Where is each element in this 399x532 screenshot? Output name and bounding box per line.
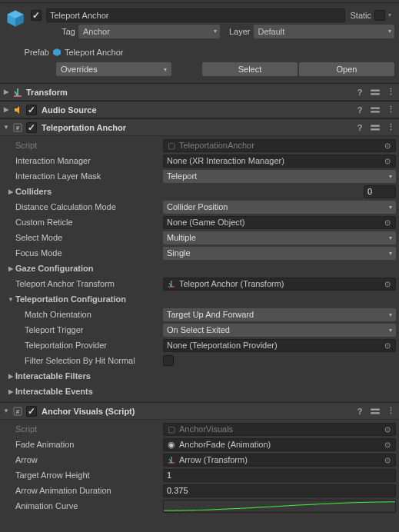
filter-selection-checkbox[interactable] [163, 355, 174, 366]
foldout-closed-icon: ▶ [6, 387, 15, 396]
arrow-label: Arrow [15, 455, 163, 464]
static-dropdown-icon[interactable]: ▾ [385, 10, 394, 21]
gameobject-cube-icon [5, 8, 26, 29]
static-label: Static [350, 11, 371, 20]
animation-curve-field[interactable] [163, 500, 396, 513]
help-icon[interactable]: ? [354, 122, 365, 133]
svg-text:#: # [16, 125, 20, 131]
select-button[interactable]: Select [202, 62, 298, 76]
layer-dropdown[interactable]: Default▾ [254, 25, 395, 38]
object-picker-icon[interactable]: ⊙ [381, 140, 394, 151]
prefab-label: Prefab [5, 48, 52, 57]
anchor-visuals-component-header[interactable]: ▼ # ✓ Anchor Visuals (Script) ? ⋮ [0, 403, 399, 420]
script-file-icon: ▢ [167, 141, 176, 150]
select-mode-label: Select Mode [15, 233, 163, 242]
tag-dropdown[interactable]: Anchor▾ [78, 25, 220, 38]
arrow-anim-duration-field[interactable] [163, 484, 396, 497]
open-button[interactable]: Open [299, 62, 394, 76]
audio-enabled-checkbox[interactable]: ✓ [26, 105, 37, 115]
anchor-visuals-title: Anchor Visuals (Script) [42, 407, 350, 416]
transform-icon [12, 87, 23, 98]
prefab-cube-icon [52, 48, 62, 57]
help-icon[interactable]: ? [354, 406, 365, 417]
svg-rect-20 [371, 408, 380, 410]
menu-icon[interactable]: ⋮ [385, 406, 396, 417]
preset-icon[interactable] [370, 122, 381, 133]
teleport-provider-label: Teleportation Provider [25, 341, 163, 350]
arrow-anim-duration-label: Arrow Animation Duration [15, 486, 163, 495]
teleport-trigger-label: Teleport Trigger [25, 325, 163, 334]
gameobject-enabled-checkbox[interactable]: ✓ [31, 10, 42, 21]
match-orientation-dropdown[interactable]: Target Up And Forward▾ [163, 308, 396, 321]
transform-title: Transform [26, 88, 350, 97]
script-label: Script [15, 141, 163, 150]
teleportation-enabled-checkbox[interactable]: ✓ [26, 122, 37, 133]
interaction-layer-mask-dropdown[interactable]: Teleport▾ [163, 170, 396, 183]
preset-icon[interactable] [370, 105, 381, 115]
audio-title: Audio Source [42, 105, 350, 115]
colliders-label[interactable]: ▶ Colliders [15, 187, 163, 196]
object-picker-icon[interactable]: ⊙ [381, 439, 394, 451]
anchor-transform-label: Teleport Anchor Transform [15, 279, 163, 288]
svg-rect-9 [371, 107, 380, 108]
preset-icon[interactable] [370, 406, 381, 417]
teleport-config-foldout[interactable]: ▼ Teleportation Configuration [15, 294, 163, 304]
target-arrow-height-field[interactable] [163, 469, 396, 482]
menu-icon[interactable]: ⋮ [385, 122, 396, 133]
distance-calc-dropdown[interactable]: Collider Position▾ [163, 201, 396, 214]
object-picker-icon[interactable]: ⊙ [381, 155, 394, 167]
interactable-events-foldout[interactable]: ▶ Interactable Events [15, 387, 163, 396]
foldout-closed-icon: ▶ [6, 264, 15, 273]
object-picker-icon[interactable]: ⊙ [381, 278, 394, 290]
object-picker-icon[interactable]: ⊙ [381, 340, 394, 351]
menu-icon[interactable]: ⋮ [385, 87, 396, 98]
tag-label: Tag [31, 27, 78, 36]
svg-rect-13 [371, 125, 380, 126]
interaction-manager-field[interactable]: None (XR Interaction Manager) ⊙ [163, 155, 396, 168]
colliders-count-field[interactable] [364, 185, 396, 198]
menu-icon[interactable]: ⋮ [385, 105, 396, 115]
svg-marker-3 [53, 48, 61, 56]
anchor-transform-field[interactable]: Teleport Anchor (Transform) ⊙ [163, 278, 396, 291]
target-arrow-height-label: Target Arrow Height [15, 470, 163, 480]
focus-mode-label: Focus Mode [15, 248, 163, 258]
script-file-icon: ▢ [167, 424, 176, 434]
teleport-trigger-dropdown[interactable]: On Select Exited▾ [163, 324, 396, 337]
interactable-filters-foldout[interactable]: ▶ Interactable Filters [15, 371, 163, 381]
audio-component-header[interactable]: ▶ ✓ Audio Source ? ⋮ [0, 101, 399, 118]
select-mode-dropdown[interactable]: Multiple▾ [163, 231, 396, 244]
teleport-provider-field[interactable]: None (Teleportation Provider) ⊙ [163, 339, 396, 352]
script-field: ▢ AnchorVisuals ⊙ [163, 423, 396, 436]
animation-curve-label: Animation Curve [15, 501, 163, 510]
svg-rect-21 [371, 412, 380, 414]
custom-reticle-label: Custom Reticle [15, 218, 163, 227]
static-checkbox[interactable] [374, 10, 385, 21]
script-icon: # [12, 406, 23, 417]
foldout-closed-icon: ▶ [6, 187, 15, 196]
anchor-visuals-enabled-checkbox[interactable]: ✓ [26, 406, 37, 417]
arrow-field[interactable]: Arrow (Transform) ⊙ [163, 454, 396, 467]
transform-component-header[interactable]: ▶ Transform ? ⋮ [0, 84, 399, 101]
script-icon: # [12, 122, 23, 133]
gameobject-name-field[interactable] [46, 8, 345, 22]
svg-rect-8 [371, 93, 380, 95]
object-picker-icon[interactable]: ⊙ [381, 217, 394, 228]
gaze-config-foldout[interactable]: ▶ Gaze Configuration [15, 264, 163, 273]
focus-mode-dropdown[interactable]: Single▾ [163, 247, 396, 260]
foldout-open-icon: ▼ [2, 123, 11, 132]
object-picker-icon[interactable]: ⊙ [381, 424, 394, 435]
foldout-closed-icon: ▶ [6, 371, 15, 381]
transform-mini-icon [167, 279, 176, 288]
preset-icon[interactable] [370, 87, 381, 98]
svg-rect-14 [371, 128, 380, 130]
help-icon[interactable]: ? [354, 105, 365, 115]
prefab-link[interactable]: Teleport Anchor [52, 48, 123, 57]
overrides-dropdown[interactable]: Overrides▾ [56, 62, 171, 76]
animation-icon: ◉ [167, 440, 176, 449]
object-picker-icon[interactable]: ⊙ [381, 454, 394, 466]
svg-rect-10 [371, 111, 380, 112]
teleportation-component-header[interactable]: ▼ # ✓ Teleportation Anchor ? ⋮ [0, 119, 399, 136]
fade-animation-field[interactable]: ◉ AnchorFade (Animation) ⊙ [163, 438, 396, 451]
custom-reticle-field[interactable]: None (Game Object) ⊙ [163, 216, 396, 229]
help-icon[interactable]: ? [354, 87, 365, 98]
